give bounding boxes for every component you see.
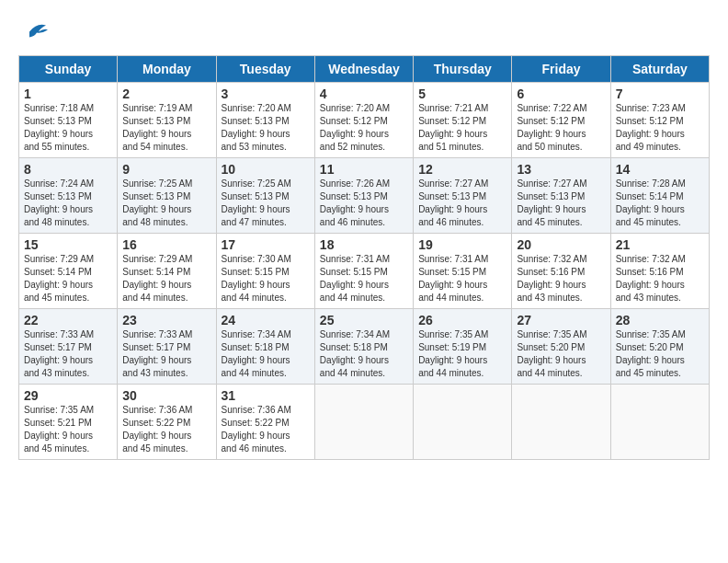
day-number: 4 [320,86,408,101]
col-header-wednesday: Wednesday [314,56,413,83]
day-number: 12 [418,162,506,177]
calendar-cell: 13 Sunrise: 7:27 AMSunset: 5:13 PMDaylig… [512,158,610,234]
day-number: 17 [222,237,310,252]
calendar-cell: 19 Sunrise: 7:31 AMSunset: 5:15 PMDaylig… [414,234,512,309]
day-number: 9 [122,162,210,177]
calendar-cell: 10 Sunrise: 7:25 AMSunset: 5:13 PMDaylig… [216,158,314,234]
day-info: Sunrise: 7:18 AMSunset: 5:13 PMDaylight:… [24,102,112,154]
day-info: Sunrise: 7:32 AMSunset: 5:16 PMDaylight:… [517,253,605,304]
day-info: Sunrise: 7:36 AMSunset: 5:22 PMDaylight:… [222,404,310,455]
day-info: Sunrise: 7:20 AMSunset: 5:13 PMDaylight:… [222,102,310,154]
calendar-cell: 12 Sunrise: 7:27 AMSunset: 5:13 PMDaylig… [414,158,512,234]
day-number: 26 [418,313,506,327]
day-info: Sunrise: 7:24 AMSunset: 5:13 PMDaylight:… [24,178,112,229]
calendar-cell: 28 Sunrise: 7:35 AMSunset: 5:20 PMDaylig… [610,309,709,385]
day-number: 1 [24,86,112,101]
calendar-cell [610,385,709,460]
col-header-saturday: Saturday [610,56,709,83]
calendar-cell: 16 Sunrise: 7:29 AMSunset: 5:14 PMDaylig… [118,234,216,309]
day-info: Sunrise: 7:33 AMSunset: 5:17 PMDaylight:… [122,328,210,380]
day-number: 10 [222,162,310,177]
day-info: Sunrise: 7:35 AMSunset: 5:21 PMDaylight:… [24,404,112,455]
day-info: Sunrise: 7:30 AMSunset: 5:15 PMDaylight:… [222,253,310,304]
calendar-cell [512,385,610,460]
calendar-cell: 11 Sunrise: 7:26 AMSunset: 5:13 PMDaylig… [314,158,413,234]
calendar-cell: 9 Sunrise: 7:25 AMSunset: 5:13 PMDayligh… [118,158,216,234]
day-info: Sunrise: 7:32 AMSunset: 5:16 PMDaylight:… [616,253,704,304]
day-info: Sunrise: 7:28 AMSunset: 5:14 PMDaylight:… [616,178,704,229]
day-info: Sunrise: 7:23 AMSunset: 5:12 PMDaylight:… [616,102,704,154]
day-number: 23 [122,313,210,327]
calendar-cell: 30 Sunrise: 7:36 AMSunset: 5:22 PMDaylig… [118,385,216,460]
col-header-sunday: Sunday [19,56,118,83]
day-number: 28 [616,313,704,327]
calendar-cell: 29 Sunrise: 7:35 AMSunset: 5:21 PMDaylig… [19,385,118,460]
calendar-cell: 17 Sunrise: 7:30 AMSunset: 5:15 PMDaylig… [216,234,314,309]
calendar-cell: 8 Sunrise: 7:24 AMSunset: 5:13 PMDayligh… [19,158,118,234]
day-number: 3 [222,86,310,101]
col-header-tuesday: Tuesday [216,56,314,83]
day-number: 5 [418,86,506,101]
calendar-cell: 1 Sunrise: 7:18 AMSunset: 5:13 PMDayligh… [19,83,118,158]
calendar-cell: 3 Sunrise: 7:20 AMSunset: 5:13 PMDayligh… [216,83,314,158]
logo [18,18,48,46]
page-header [18,18,710,46]
calendar-cell: 20 Sunrise: 7:32 AMSunset: 5:16 PMDaylig… [512,234,610,309]
day-info: Sunrise: 7:25 AMSunset: 5:13 PMDaylight:… [122,178,210,229]
day-info: Sunrise: 7:29 AMSunset: 5:14 PMDaylight:… [24,253,112,304]
day-number: 25 [320,313,408,327]
day-number: 6 [517,86,605,101]
day-info: Sunrise: 7:31 AMSunset: 5:15 PMDaylight:… [320,253,408,304]
day-number: 15 [24,237,112,252]
calendar-cell: 26 Sunrise: 7:35 AMSunset: 5:19 PMDaylig… [414,309,512,385]
day-number: 22 [24,313,112,327]
calendar-cell: 25 Sunrise: 7:34 AMSunset: 5:18 PMDaylig… [314,309,413,385]
day-info: Sunrise: 7:21 AMSunset: 5:12 PMDaylight:… [418,102,506,154]
calendar-cell: 31 Sunrise: 7:36 AMSunset: 5:22 PMDaylig… [216,385,314,460]
day-number: 13 [517,162,605,177]
calendar-table: SundayMondayTuesdayWednesdayThursdayFrid… [18,55,710,460]
calendar-cell: 21 Sunrise: 7:32 AMSunset: 5:16 PMDaylig… [610,234,709,309]
day-info: Sunrise: 7:36 AMSunset: 5:22 PMDaylight:… [122,404,210,455]
day-number: 31 [222,388,310,403]
day-number: 8 [24,162,112,177]
day-info: Sunrise: 7:31 AMSunset: 5:15 PMDaylight:… [418,253,506,304]
calendar-cell [414,385,512,460]
calendar-cell: 14 Sunrise: 7:28 AMSunset: 5:14 PMDaylig… [610,158,709,234]
day-number: 11 [320,162,408,177]
calendar-cell: 23 Sunrise: 7:33 AMSunset: 5:17 PMDaylig… [118,309,216,385]
logo-bird-icon [20,18,48,46]
day-info: Sunrise: 7:27 AMSunset: 5:13 PMDaylight:… [517,178,605,229]
day-info: Sunrise: 7:26 AMSunset: 5:13 PMDaylight:… [320,178,408,229]
calendar-cell: 4 Sunrise: 7:20 AMSunset: 5:12 PMDayligh… [314,83,413,158]
day-info: Sunrise: 7:35 AMSunset: 5:19 PMDaylight:… [418,328,506,380]
day-number: 29 [24,388,112,403]
col-header-friday: Friday [512,56,610,83]
calendar-cell: 6 Sunrise: 7:22 AMSunset: 5:12 PMDayligh… [512,83,610,158]
day-number: 2 [122,86,210,101]
calendar-cell: 2 Sunrise: 7:19 AMSunset: 5:13 PMDayligh… [118,83,216,158]
day-info: Sunrise: 7:34 AMSunset: 5:18 PMDaylight:… [222,328,310,380]
calendar-cell: 27 Sunrise: 7:35 AMSunset: 5:20 PMDaylig… [512,309,610,385]
day-info: Sunrise: 7:34 AMSunset: 5:18 PMDaylight:… [320,328,408,380]
day-info: Sunrise: 7:19 AMSunset: 5:13 PMDaylight:… [122,102,210,154]
calendar-cell: 15 Sunrise: 7:29 AMSunset: 5:14 PMDaylig… [19,234,118,309]
day-number: 21 [616,237,704,252]
day-info: Sunrise: 7:35 AMSunset: 5:20 PMDaylight:… [616,328,704,380]
day-number: 24 [222,313,310,327]
day-number: 16 [122,237,210,252]
day-number: 7 [616,86,704,101]
day-info: Sunrise: 7:35 AMSunset: 5:20 PMDaylight:… [517,328,605,380]
day-number: 27 [517,313,605,327]
day-info: Sunrise: 7:22 AMSunset: 5:12 PMDaylight:… [517,102,605,154]
day-number: 19 [418,237,506,252]
calendar-cell: 24 Sunrise: 7:34 AMSunset: 5:18 PMDaylig… [216,309,314,385]
calendar-cell: 22 Sunrise: 7:33 AMSunset: 5:17 PMDaylig… [19,309,118,385]
day-info: Sunrise: 7:27 AMSunset: 5:13 PMDaylight:… [418,178,506,229]
day-info: Sunrise: 7:25 AMSunset: 5:13 PMDaylight:… [222,178,310,229]
calendar-cell: 18 Sunrise: 7:31 AMSunset: 5:15 PMDaylig… [314,234,413,309]
col-header-monday: Monday [118,56,216,83]
day-number: 14 [616,162,704,177]
col-header-thursday: Thursday [414,56,512,83]
calendar-cell: 5 Sunrise: 7:21 AMSunset: 5:12 PMDayligh… [414,83,512,158]
